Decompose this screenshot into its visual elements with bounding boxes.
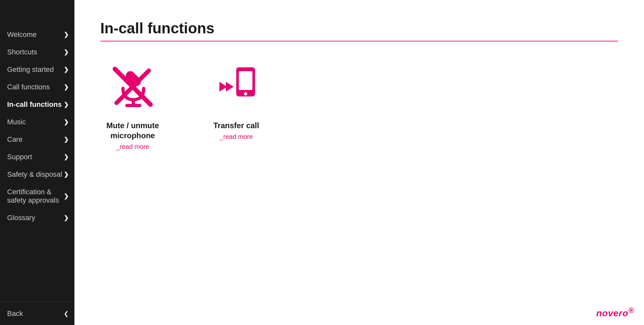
- page-title: In-call functions: [100, 19, 618, 37]
- mute-icon: [107, 61, 159, 113]
- chevron-right-icon: ❯: [64, 214, 69, 221]
- chevron-right-icon: ❯: [64, 84, 69, 91]
- mute-label: Mute / unmute microphone: [100, 120, 165, 140]
- sidebar-item-in-call-functions[interactable]: In-call functions ❯: [0, 96, 74, 113]
- back-label: Back: [7, 309, 23, 318]
- cards-container: Mute / unmute microphone _read more: [100, 61, 618, 151]
- sidebar-label-shortcuts: Shortcuts: [7, 48, 37, 56]
- sidebar-label-in-call-functions: In-call functions: [7, 100, 62, 109]
- sidebar-item-glossary[interactable]: Glossary ❯: [0, 209, 74, 227]
- sidebar-label-call-functions: Call functions: [7, 83, 50, 91]
- sidebar-label-welcome: Welcome: [7, 30, 37, 39]
- sidebar: Welcome ❯ Shortcuts ❯ Getting started ❯ …: [0, 0, 74, 325]
- sidebar-label-care: Care: [7, 135, 23, 144]
- sidebar-item-welcome[interactable]: Welcome ❯: [0, 26, 74, 43]
- svg-marker-10: [226, 82, 234, 92]
- svg-point-8: [244, 92, 247, 95]
- svg-rect-7: [239, 71, 252, 90]
- chevron-right-icon: ❯: [64, 193, 69, 200]
- sidebar-label-support: Support: [7, 153, 32, 161]
- sidebar-item-support[interactable]: Support ❯: [0, 148, 74, 166]
- back-button[interactable]: Back ❮: [0, 302, 74, 325]
- sidebar-label-music: Music: [7, 118, 26, 126]
- chevron-right-icon: ❯: [64, 101, 69, 108]
- main-content: In-call functions: [74, 0, 644, 325]
- chevron-right-icon: ❯: [64, 118, 69, 126]
- sidebar-item-certification[interactable]: Certification & safety approvals ❯: [0, 183, 74, 209]
- chevron-right-icon: ❯: [64, 136, 69, 143]
- transfer-call-icon: [210, 61, 262, 113]
- transfer-read-more-link[interactable]: _read more: [220, 133, 253, 140]
- sidebar-item-music[interactable]: Music ❯: [0, 113, 74, 131]
- sidebar-nav: Welcome ❯ Shortcuts ❯ Getting started ❯ …: [0, 0, 74, 302]
- sidebar-label-certification: Certification & safety approvals: [7, 188, 64, 205]
- sidebar-item-safety-disposal[interactable]: Safety & disposal ❯: [0, 166, 74, 183]
- sidebar-label-getting-started: Getting started: [7, 65, 54, 74]
- chevron-right-icon: ❯: [64, 153, 69, 161]
- chevron-right-icon: ❯: [64, 66, 69, 73]
- brand-logo: novero®: [596, 306, 634, 319]
- mute-read-more-link[interactable]: _read more: [116, 143, 149, 151]
- sidebar-label-safety-disposal: Safety & disposal: [7, 170, 62, 179]
- title-divider: [100, 41, 618, 41]
- sidebar-item-getting-started[interactable]: Getting started ❯: [0, 61, 74, 78]
- chevron-right-icon: ❯: [64, 31, 69, 38]
- card-transfer[interactable]: Transfer call _read more: [204, 61, 269, 151]
- card-mute[interactable]: Mute / unmute microphone _read more: [100, 61, 165, 151]
- sidebar-item-shortcuts[interactable]: Shortcuts ❯: [0, 43, 74, 61]
- chevron-left-icon: ❮: [64, 310, 69, 317]
- chevron-right-icon: ❯: [64, 171, 69, 178]
- sidebar-label-glossary: Glossary: [7, 214, 35, 222]
- chevron-right-icon: ❯: [64, 49, 69, 56]
- sidebar-item-call-functions[interactable]: Call functions ❯: [0, 78, 74, 96]
- transfer-label: Transfer call: [213, 120, 259, 130]
- sidebar-item-care[interactable]: Care ❯: [0, 131, 74, 148]
